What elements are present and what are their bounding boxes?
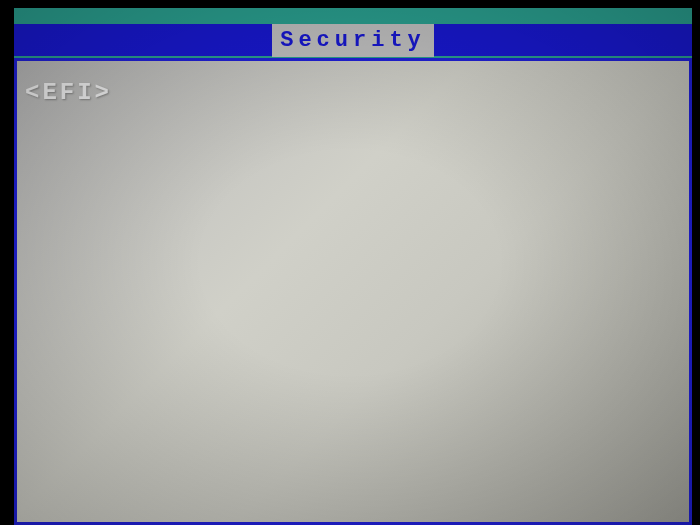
bezel-left [0,0,14,525]
tab-security[interactable]: Security [272,24,434,57]
bios-screen: Security <EFI> [0,0,700,525]
bezel-top [0,0,700,8]
bezel-right [692,0,700,525]
list-item-efi[interactable]: <EFI> [25,79,112,106]
content-panel: <EFI> [14,58,692,525]
menu-bar: Security [14,24,692,56]
